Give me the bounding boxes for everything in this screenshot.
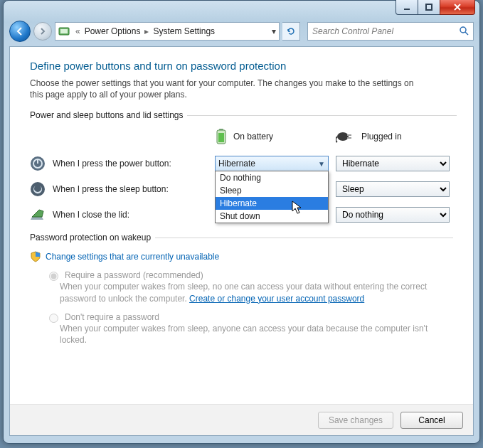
search-box[interactable]: Search Control Panel	[307, 22, 474, 41]
column-on-battery: On battery	[215, 127, 336, 146]
svg-point-9	[337, 132, 349, 141]
change-unavailable-settings-link[interactable]: Change settings that are currently unava…	[30, 251, 453, 262]
svg-point-15	[31, 182, 45, 196]
address-bar[interactable]: « Power Options ▸ System Settings ▾	[55, 22, 280, 41]
arrow-right-icon	[38, 27, 47, 36]
row-sleep-button: When I press the sleep button:	[30, 181, 215, 197]
back-button[interactable]	[9, 21, 31, 42]
breadcrumb-item[interactable]: Power Options	[82, 26, 144, 36]
option-label: Don't require a password	[65, 312, 159, 322]
dont-require-password-option: Don't require a password When your compu…	[46, 311, 453, 346]
power-icon	[30, 156, 46, 171]
minimize-button[interactable]	[396, 0, 418, 15]
option-label: Require a password (recommended)	[65, 270, 203, 280]
svg-rect-10	[347, 134, 351, 136]
require-password-radio	[49, 272, 58, 281]
svg-point-4	[460, 27, 466, 33]
chevron-down-icon: ▼	[318, 160, 325, 168]
svg-rect-0	[404, 9, 410, 10]
require-password-option: Require a password (recommended) When yo…	[46, 270, 453, 304]
page-intro: Choose the power settings that you want …	[30, 78, 428, 100]
arrow-left-icon	[15, 26, 25, 36]
group-legend: Password protection on wakeup	[30, 233, 155, 242]
create-change-password-link[interactable]: Create or change your user account passw…	[189, 294, 364, 304]
window-controls	[396, 0, 475, 15]
column-plugged-in: Plugged in	[336, 127, 457, 146]
power-button-battery-select[interactable]: Hibernate ▼ Do nothing Sleep Hibernate S…	[215, 156, 329, 171]
option-hibernate[interactable]: Hibernate	[216, 197, 328, 210]
svg-rect-8	[218, 133, 224, 142]
sleep-button-plugged-select[interactable]: Sleep	[336, 181, 450, 197]
svg-line-5	[465, 32, 468, 35]
plug-icon	[336, 130, 356, 143]
option-shut-down[interactable]: Shut down	[216, 210, 328, 223]
option-do-nothing[interactable]: Do nothing	[216, 171, 328, 184]
power-button-plugged-select[interactable]: Hibernate	[336, 156, 450, 171]
window-frame: « Power Options ▸ System Settings ▾ Sear…	[3, 0, 480, 444]
sleep-icon	[30, 181, 46, 197]
maximize-button[interactable]	[418, 0, 440, 15]
navigation-bar: « Power Options ▸ System Settings ▾ Sear…	[9, 21, 474, 42]
svg-rect-3	[60, 29, 68, 33]
svg-rect-14	[37, 159, 38, 164]
control-panel-icon	[58, 26, 70, 37]
dialog-footer: Save changes Cancel	[10, 404, 473, 435]
power-buttons-group: Power and sleep buttons and lid settings…	[30, 110, 457, 223]
search-placeholder: Search Control Panel	[312, 26, 393, 36]
row-power-button: When I press the power button:	[30, 156, 215, 171]
forward-button[interactable]	[33, 22, 52, 41]
power-button-battery-options[interactable]: Do nothing Sleep Hibernate Shut down	[215, 171, 329, 223]
breadcrumb-item[interactable]: System Settings	[150, 26, 218, 36]
cancel-button[interactable]: Cancel	[400, 412, 463, 429]
save-changes-button[interactable]: Save changes	[318, 412, 393, 429]
content-pane: Define power buttons and turn on passwor…	[9, 46, 474, 436]
refresh-button[interactable]	[282, 22, 300, 41]
row-close-lid: When I close the lid:	[30, 207, 215, 223]
password-protection-group: Password protection on wakeup Change set…	[30, 233, 453, 353]
shield-icon	[30, 251, 41, 262]
option-sleep[interactable]: Sleep	[216, 184, 328, 197]
svg-rect-11	[347, 137, 351, 139]
close-button[interactable]	[440, 0, 475, 15]
laptop-lid-icon	[30, 207, 46, 223]
lid-plugged-select[interactable]: Do nothing	[336, 207, 450, 223]
dont-require-password-radio	[49, 314, 58, 323]
refresh-icon	[286, 26, 296, 36]
search-icon	[459, 26, 469, 38]
group-legend: Power and sleep buttons and lid settings	[30, 110, 187, 120]
page-heading: Define power buttons and turn on passwor…	[30, 60, 453, 72]
svg-rect-1	[426, 4, 432, 10]
battery-icon	[215, 128, 228, 145]
